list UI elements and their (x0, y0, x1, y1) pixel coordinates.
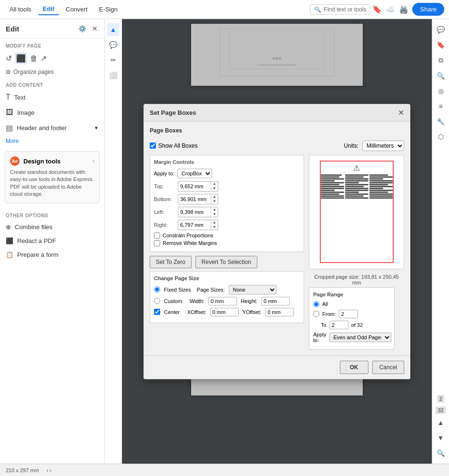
constrain-checkbox[interactable] (154, 233, 160, 239)
cloud-icon[interactable]: ☁️ (386, 5, 395, 14)
to-input[interactable] (329, 321, 348, 329)
units-select[interactable]: Millimeters (362, 141, 404, 151)
stack-icon[interactable]: ≡ (436, 100, 445, 113)
design-tools-header: Ae Design tools › (10, 156, 94, 166)
scroll-up-icon[interactable]: ▲ (435, 416, 447, 429)
close-icon[interactable]: ✕ (91, 24, 99, 33)
nav-edit[interactable]: Edit (38, 3, 60, 15)
draw-tool[interactable]: ✏ (108, 53, 119, 67)
print-icon[interactable]: 🖨️ (399, 5, 408, 14)
dialog-body: Page Boxes Show All Boxes Units: Millime… (144, 122, 410, 355)
combine-label: Combine files (15, 223, 52, 231)
center-checkbox[interactable] (154, 309, 160, 315)
page-range-title: Page Range (313, 292, 390, 297)
width-input[interactable] (208, 297, 237, 305)
nav-esign[interactable]: E-Sign (94, 4, 122, 15)
cropped-size-text: Cropped page size: 193,81 x 250,45 mm (309, 272, 404, 287)
custom-radio[interactable] (154, 298, 160, 304)
preview-next[interactable]: › (388, 255, 390, 260)
dialog-close-button[interactable]: ✕ (398, 108, 404, 117)
left-input[interactable] (178, 208, 211, 216)
fixed-sizes-row: Fixed Sizes Page Sizes: None (154, 285, 300, 294)
tools-icon[interactable]: 🔧 (434, 115, 448, 128)
crop-icon[interactable]: ⬛ (15, 52, 27, 64)
settings-icon[interactable]: ⚙️ (77, 24, 87, 33)
page-sizes-select[interactable]: None (229, 285, 276, 294)
from-input[interactable] (339, 310, 358, 318)
main-area: Edit ⚙️ ✕ MODIFY PAGE ↺ ⬛ 🗑 ↗ ⊞ Organize… (0, 19, 449, 464)
top-spinners: ▲ ▼ (211, 182, 218, 191)
show-all-boxes-label: Show All Boxes (158, 142, 198, 149)
right-down[interactable]: ▼ (211, 225, 218, 230)
shape-tool[interactable]: ⬜ (106, 69, 120, 82)
image-item[interactable]: 🖼 Image (0, 105, 104, 120)
prepare-form-item[interactable]: 📋 Prepare a form (0, 248, 104, 262)
tools-column: ▲ 💬 ✏ ⬜ (105, 19, 122, 464)
layers-icon[interactable]: ⧉ (436, 53, 446, 67)
left-up[interactable]: ▲ (211, 207, 218, 212)
text-item[interactable]: T Text (0, 90, 104, 105)
page-preview: ⚠ (309, 155, 404, 269)
height-input[interactable] (261, 297, 290, 305)
of-label: of 32 (351, 322, 363, 328)
right-up[interactable]: ▲ (211, 220, 218, 225)
all-radio[interactable] (313, 301, 319, 307)
refresh-icon[interactable]: ↺ (6, 54, 12, 63)
share-button[interactable]: Share (412, 3, 444, 16)
comments-icon[interactable]: 💬 (434, 23, 448, 36)
bottom-input[interactable] (178, 195, 211, 203)
delete-icon[interactable]: 🗑 (30, 54, 38, 63)
more-link[interactable]: More (0, 136, 104, 146)
preview-prev[interactable]: ‹ (324, 255, 325, 260)
page-nav-display: ‹ › (47, 467, 51, 473)
add-content-label: ADD CONTENT (0, 78, 104, 90)
bottom-down[interactable]: ▼ (211, 199, 218, 204)
zoom-icon[interactable]: 🔍 (434, 446, 448, 460)
dialog-footer: OK Cancel (144, 355, 410, 379)
revert-to-selection-button[interactable]: Revert To Selection (195, 256, 257, 268)
organize-pages-btn[interactable]: ⊞ Organize pages (0, 66, 104, 78)
select-tool[interactable]: ▲ (107, 23, 120, 36)
top-up[interactable]: ▲ (211, 182, 218, 186)
scroll-down-icon[interactable]: ▼ (435, 431, 447, 445)
show-all-boxes-checkbox-label[interactable]: Show All Boxes (150, 142, 198, 149)
top-down[interactable]: ▼ (211, 186, 218, 191)
right-input[interactable] (178, 221, 211, 229)
remove-white-row: Remove White Margins (154, 240, 300, 246)
redact-pdf-item[interactable]: ⬛ Redact a PDF (0, 234, 104, 248)
target-icon[interactable]: ◎ (435, 84, 447, 98)
show-all-boxes-checkbox[interactable] (150, 142, 156, 149)
comment-tool[interactable]: 💬 (106, 38, 120, 51)
search-sidebar-icon[interactable]: 🔍 (434, 69, 448, 82)
header-footer-label: Header and footer (17, 124, 67, 132)
combine-files-item[interactable]: ⊕ Combine files (0, 220, 104, 234)
set-to-zero-button[interactable]: Set To Zero (150, 256, 192, 268)
top-toolbar: All tools Edit Convert E-Sign 🔍 Find tex… (0, 0, 449, 19)
bottom-up[interactable]: ▲ (211, 194, 218, 199)
remove-white-checkbox[interactable] (154, 240, 160, 246)
right-spinners: ▲ ▼ (211, 220, 218, 230)
nav-convert[interactable]: Convert (61, 4, 92, 15)
extract-icon[interactable]: ↗ (41, 54, 47, 63)
bookmark-sidebar-icon[interactable]: 🔖 (434, 38, 448, 51)
xoffset-input[interactable] (210, 308, 239, 316)
left-down[interactable]: ▼ (211, 212, 218, 217)
design-tools-arrow[interactable]: › (92, 158, 94, 164)
apply-to-pages-select[interactable]: Even and Odd Pages (329, 333, 391, 342)
modify-page-row: ↺ ⬛ 🗑 ↗ (0, 51, 104, 66)
cancel-button[interactable]: Cancel (372, 361, 404, 374)
stamp-icon[interactable]: ⬡ (435, 130, 447, 143)
toolbar-right-icons: 🔖 ☁️ 🖨️ Share (372, 3, 444, 16)
search-bar[interactable]: 🔍 Find text or tools (310, 4, 371, 15)
from-label: From: (322, 311, 336, 317)
fixed-sizes-radio[interactable] (154, 286, 160, 293)
bookmark-icon[interactable]: 🔖 (372, 5, 382, 14)
from-radio[interactable] (313, 311, 319, 317)
yoffset-input[interactable] (265, 308, 294, 316)
ok-button[interactable]: OK (340, 361, 368, 374)
header-footer-item[interactable]: ▤ Header and footer ▼ (0, 120, 104, 136)
apply-to-select[interactable]: CropBox (177, 169, 212, 178)
top-label: Top: (154, 183, 176, 189)
top-input[interactable] (178, 182, 211, 190)
nav-all-tools[interactable]: All tools (5, 4, 36, 15)
